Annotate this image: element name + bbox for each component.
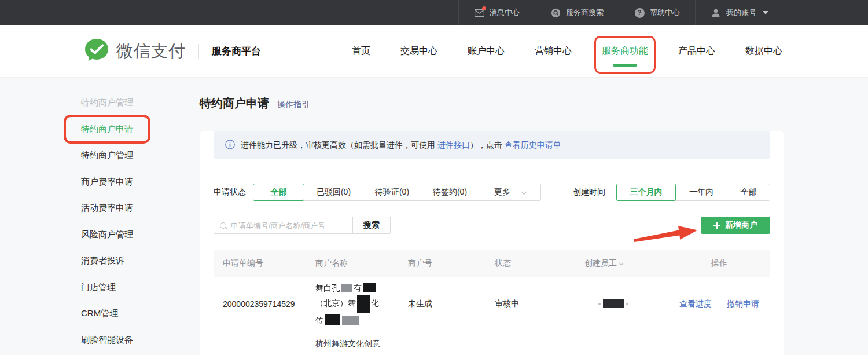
col-header-merchant-name: 商户名称 [315, 258, 408, 269]
nav-item-account[interactable]: 账户中心 [468, 45, 505, 57]
status-filter-more[interactable]: 更多 [479, 184, 541, 201]
view-progress-link[interactable]: 查看进度 [679, 299, 712, 309]
notification-dot [482, 6, 486, 10]
cell-order-no: 2000002359714529 [214, 299, 315, 309]
redaction-block [357, 295, 370, 313]
redaction-block [363, 283, 376, 292]
search-button[interactable]: 搜索 [352, 217, 391, 234]
notice-banner: 进件能力已升级，审核更高效（如需批量进件，可使用 进件接口），点击 查看历史申请… [214, 131, 770, 159]
sidebar-item-crm-management[interactable]: CRM管理 [0, 301, 200, 327]
status-filter-pending-sign[interactable]: 待签约(0) [421, 184, 479, 201]
nav-item-marketing[interactable]: 营销中心 [535, 45, 572, 57]
main-nav: 首页 交易中心 账户中心 营销中心 服务商功能 产品中心 数据中心 [352, 45, 782, 57]
cell-merchant-name-partial: 杭州舞游文化创意 [315, 336, 408, 351]
nav-item-provider-features[interactable]: 服务商功能 [602, 45, 648, 57]
cell-creator-redacted [584, 299, 668, 308]
cell-status: 审核中 [495, 299, 584, 309]
cell-actions: 查看进度 撤销申请 [668, 299, 770, 309]
topbar-item-label: 消息中心 [490, 8, 520, 18]
search-icon [550, 8, 561, 18]
content-card: 进件能力已升级，审核更高效（如需批量进件，可使用 进件接口），点击 查看历史申请… [200, 131, 784, 355]
table-row: 2000002359714529 舞白孔有 （北京）舞化 传 未生成 审核中 查 [214, 277, 770, 331]
help-icon: ? [634, 8, 645, 18]
status-filter-all[interactable]: 全部 [253, 184, 304, 201]
header: 微信支付 服务商平台 首页 交易中心 账户中心 营销中心 服务商功能 产品中心 … [0, 25, 868, 78]
sidebar-item-face-devices[interactable]: 刷脸智能设备 [0, 327, 200, 354]
cancel-application-link[interactable]: 撤销申请 [727, 299, 759, 309]
chevron-down-icon [521, 188, 527, 195]
topbar-help-center[interactable]: ? 帮助中心 [619, 0, 695, 25]
time-filter-group: 三个月内 一年内 全部 [616, 184, 770, 201]
history-applications-link[interactable]: 查看历史申请单 [505, 140, 561, 149]
status-filter-pending-verify[interactable]: 待验证(0) [363, 184, 421, 201]
cell-merchant-id: 未生成 [408, 299, 495, 309]
body: 特约商户管理 特约商户申请 特约商户管理 商户费率申请 活动费率申请 风险商户管… [0, 78, 868, 355]
operation-guide-link[interactable]: 操作指引 [277, 100, 310, 110]
table-row: 杭州舞游文化创意 [214, 331, 770, 355]
search-box [214, 217, 353, 234]
status-filter-rejected[interactable]: 已驳回(0) [304, 184, 363, 201]
topbar-item-label: 服务商搜索 [566, 8, 604, 18]
brand: 微信支付 服务商平台 [84, 38, 261, 65]
time-filter-3months[interactable]: 三个月内 [616, 184, 676, 201]
sidebar-item-merchant-application[interactable]: 特约商户申请 [0, 116, 200, 143]
intake-api-link[interactable]: 进件接口 [437, 140, 470, 149]
brand-wordmark: 微信支付 [116, 40, 186, 63]
nav-item-home[interactable]: 首页 [352, 45, 370, 57]
col-header-actions: 操作 [668, 258, 770, 269]
applications-table: 申请单编号 商户名称 商户号 状态 创建员工 操作 20000023597145… [214, 250, 770, 355]
time-filter-all[interactable]: 全部 [727, 184, 770, 201]
topbar-message-center[interactable]: 消息中心 [458, 0, 535, 25]
redaction-block [342, 316, 359, 325]
title-row: 特约商户申请 操作指引 [200, 96, 868, 112]
redaction-block [325, 314, 340, 325]
sidebar-item-risk-merchant-management[interactable]: 风险商户管理 [0, 222, 200, 248]
search-row: 搜索 新增商户 [214, 217, 770, 234]
topbar: 消息中心 服务商搜索 ? 帮助中心 我的账号 [0, 0, 868, 25]
sidebar-item-activity-rate-application[interactable]: 活动费率申请 [0, 195, 200, 222]
brand-divider [198, 44, 199, 59]
table-header-row: 申请单编号 商户名称 商户号 状态 创建员工 操作 [214, 250, 770, 277]
topbar-my-account[interactable]: 我的账号 [695, 0, 784, 25]
time-filter-cluster: 创建时间 三个月内 一年内 全部 [573, 184, 770, 201]
plus-icon [713, 222, 720, 229]
redaction-dot [626, 303, 628, 305]
search-input[interactable] [231, 221, 341, 230]
search-icon [220, 222, 226, 229]
col-header-order-no: 申请单编号 [214, 258, 315, 269]
sidebar-item-merchant-mgmt-group[interactable]: 特约商户管理 [0, 90, 200, 116]
user-icon [711, 8, 721, 18]
filter-row: 申请状态 全部 已驳回(0) 待验证(0) 待签约(0) 更多 创建时间 三个月… [214, 184, 770, 201]
status-filter-label: 申请状态 [214, 187, 246, 197]
chevron-down-icon [763, 11, 768, 14]
mail-icon [474, 8, 484, 18]
sidebar-item-merchant-management[interactable]: 特约商户管理 [0, 142, 200, 169]
nav-item-products[interactable]: 产品中心 [678, 45, 715, 57]
col-header-status: 状态 [495, 258, 584, 269]
page-title: 特约商户申请 [200, 96, 269, 111]
nav-item-label: 服务商功能 [602, 46, 648, 56]
nav-item-transactions[interactable]: 交易中心 [400, 45, 437, 57]
cell-merchant-name-redacted: 舞白孔有 （北京）舞化 传 [315, 280, 408, 328]
sidebar-item-store-management[interactable]: 门店管理 [0, 275, 200, 301]
chevron-down-icon [619, 261, 623, 265]
page: 消息中心 服务商搜索 ? 帮助中心 我的账号 微信支付 服务商 [0, 0, 868, 355]
time-filter-1year[interactable]: 一年内 [675, 184, 727, 201]
add-merchant-button[interactable]: 新增商户 [701, 217, 770, 234]
redaction-block [341, 284, 352, 292]
col-header-merchant-id: 商户号 [408, 258, 495, 269]
main-content: 特约商户申请 操作指引 进件能力已升级，审核更高效（如需批量进件，可使用 进件接… [200, 78, 868, 355]
sidebar-item-merchant-rate-application[interactable]: 商户费率申请 [0, 169, 200, 196]
info-icon [225, 140, 235, 151]
nav-item-data-center[interactable]: 数据中心 [745, 45, 782, 57]
banner-text: 进件能力已升级，审核更高效（如需批量进件，可使用 进件接口），点击 查看历史申请… [241, 140, 561, 151]
col-header-creator[interactable]: 创建员工 [584, 258, 668, 269]
sidebar-item-consumer-complaints[interactable]: 消费者投诉 [0, 248, 200, 275]
topbar-item-label: 帮助中心 [650, 8, 680, 18]
redaction-dot [598, 303, 601, 305]
active-nav-underline [613, 64, 637, 67]
topbar-provider-search[interactable]: 服务商搜索 [535, 0, 619, 25]
sidebar: 特约商户管理 特约商户申请 特约商户管理 商户费率申请 活动费率申请 风险商户管… [0, 78, 200, 355]
status-filter-group: 全部 已驳回(0) 待验证(0) 待签约(0) 更多 [253, 184, 541, 201]
redaction-block [603, 299, 624, 308]
